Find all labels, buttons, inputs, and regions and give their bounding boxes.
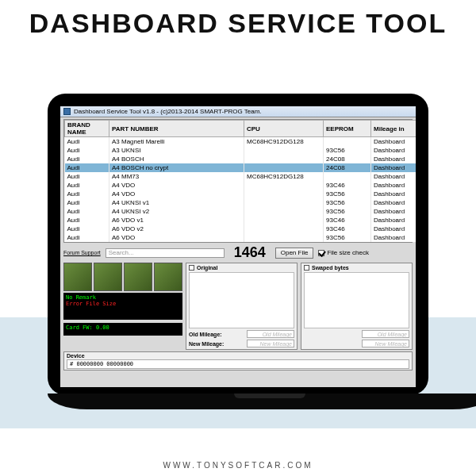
status-console: No Remark Error File Size <box>63 293 182 320</box>
window-title: Dashboard Service Tool v1.8 - (c)2013-20… <box>74 108 413 115</box>
new-mileage-swapped-input[interactable]: New Mileage <box>362 340 409 347</box>
checkbox-icon <box>318 250 324 256</box>
forum-support-link[interactable]: Forum Support <box>63 250 101 255</box>
app-window: Dashboard Service Tool v1.8 - (c)2013-20… <box>60 106 416 387</box>
checkbox-icon[interactable] <box>189 265 194 271</box>
table-row[interactable]: AudiA4 UKNSI v293C56Dashboard <box>65 207 416 216</box>
footer-url: WWW.TONYSOFTCAR.COM <box>0 461 476 470</box>
old-mileage-swapped-input[interactable]: Old Mileage <box>362 330 409 338</box>
window-titlebar[interactable]: Dashboard Service Tool v1.8 - (c)2013-20… <box>60 106 416 117</box>
device-value: # 00000000 00000000 <box>67 359 409 369</box>
col-eeprom[interactable]: EEPROM <box>324 121 371 137</box>
col-cpu[interactable]: CPU <box>244 121 324 137</box>
col-brand[interactable]: BRAND NAME <box>65 121 109 137</box>
swapped-bytes-panel: Swaped bytes . Old Mileage . New Mileage <box>301 263 413 350</box>
search-input[interactable]: Search... <box>106 248 225 258</box>
device-panel: Device # 00000000 00000000 <box>63 351 413 370</box>
old-mileage-label: Old Mileage: <box>189 332 222 337</box>
original-panel: Original Old Mileage: Old Mileage New Mi… <box>186 263 298 350</box>
new-mileage-label: New Mileage: <box>189 341 224 347</box>
table-row[interactable]: AudiA6 VDO93C56Dashboard <box>65 233 416 242</box>
record-count: 1464 <box>234 244 266 261</box>
table-row[interactable]: AudiA4 BOSCH no crypt24C08Dashboard <box>65 163 416 172</box>
table-row[interactable]: AudiA4 VDO93C56Dashboard <box>65 190 416 198</box>
board-photo-thumb[interactable] <box>154 263 182 291</box>
app-icon <box>63 108 71 115</box>
col-part[interactable]: PART NUMBER <box>109 121 244 137</box>
board-photo-thumb[interactable] <box>63 263 92 291</box>
table-row[interactable]: AudiA6 VDO v293C46Dashboard <box>65 225 416 233</box>
table-row[interactable]: AudiA4 BOSCH24C08Dashboard <box>65 155 416 163</box>
board-photo-thumb[interactable] <box>94 263 122 291</box>
table-row[interactable]: AudiA4 MM73MC68HC912DG128Dashboard <box>65 172 416 181</box>
old-mileage-input[interactable]: Old Mileage <box>247 330 294 338</box>
hero-title: DASHBOARD SERVICE TOOL <box>0 8 476 39</box>
original-hex-view[interactable] <box>189 272 294 328</box>
table-row[interactable]: AudiA4 UKNSI v193C56Dashboard <box>65 198 416 207</box>
vehicle-table[interactable]: BRAND NAME PART NUMBER CPU EEPROM Mileag… <box>63 119 413 243</box>
file-size-check-checkbox[interactable]: File size check <box>318 249 368 256</box>
checkbox-icon[interactable] <box>304 265 309 271</box>
firmware-console: Card FW: 0.00 <box>63 323 182 336</box>
new-mileage-input[interactable]: New Mileage <box>247 340 294 347</box>
table-row[interactable]: AudiA3 Magneti MarelliMC68HC912DG128Dash… <box>65 137 416 147</box>
col-mileage[interactable]: Mileage in <box>371 121 416 137</box>
swapped-hex-view[interactable] <box>304 272 409 328</box>
table-row[interactable]: AudiA3 UKNSI93C56Dashboard <box>65 146 416 155</box>
board-photo-thumb[interactable] <box>124 263 152 291</box>
table-row[interactable]: AudiA6 VDO v193C46Dashboard <box>65 216 416 225</box>
open-file-button[interactable]: Open File <box>275 248 314 259</box>
table-row[interactable]: AudiA4 VDO93C46Dashboard <box>65 181 416 190</box>
laptop-mockup: Dashboard Service Tool v1.8 - (c)2013-20… <box>48 94 428 411</box>
